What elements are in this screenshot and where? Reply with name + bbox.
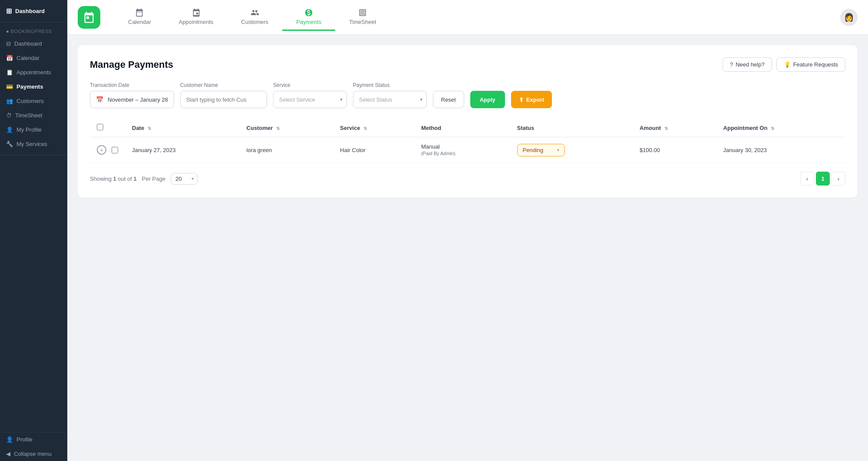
customers-icon: 👥 <box>6 98 13 104</box>
topnav-item-appointments[interactable]: Appointments <box>165 4 228 31</box>
reset-button[interactable]: Reset <box>433 91 464 108</box>
payments-table-wrap: Date ⇅ Customer ⇅ Service ⇅ <box>90 119 845 163</box>
filter-payment-status: Payment Status Select Status Pending Pai… <box>353 82 427 108</box>
date-range-input[interactable]: 📅 November – January 28 <box>90 91 174 108</box>
sidebar-item-timesheet[interactable]: ⏱ TimeSheet <box>0 108 67 123</box>
sidebar-item-profile[interactable]: 👤 Profile <box>0 432 67 447</box>
sidebar-item-payments[interactable]: 💳 Payments <box>0 80 67 94</box>
row-actions-cell: + <box>90 137 125 163</box>
sort-appt-icon: ⇅ <box>771 126 774 131</box>
topnav-item-customers[interactable]: Customers <box>227 4 282 31</box>
row-checkbox[interactable] <box>112 147 118 153</box>
profile-icon: 👤 <box>6 436 13 443</box>
topnav-item-timesheet[interactable]: TimeSheet <box>335 4 390 31</box>
filter-transaction-date: Transaction Date 📅 November – January 28 <box>90 82 174 108</box>
service-select[interactable]: Select Service Hair Color <box>273 91 347 108</box>
sidebar-item-dashboard[interactable]: ⊟ Dashboard <box>0 36 67 51</box>
row-appointment-on: January 30, 2023 <box>716 137 845 163</box>
app-logo <box>78 6 100 29</box>
filter-customer-name: Customer Name <box>180 82 267 108</box>
status-select-wrapper: Select Status Pending Paid Cancelled <box>353 91 427 108</box>
topnav-item-label: Payments <box>296 19 321 25</box>
sidebar-item-calendar[interactable]: 📅 Calendar <box>0 51 67 65</box>
sidebar-divider <box>0 155 67 155</box>
topnav-item-label: Calendar <box>128 19 151 25</box>
per-page-select[interactable]: 20 10 50 100 <box>171 173 198 185</box>
my-profile-icon: 👤 <box>6 126 13 133</box>
topnav-item-label: Customers <box>241 19 268 25</box>
my-services-icon: 🔧 <box>6 141 13 147</box>
content-area: Manage Payments ? Need help? 💡 Feature R… <box>67 35 868 461</box>
row-method-sub: (Paid By Admin) <box>421 151 455 156</box>
customer-name-input-wrapper <box>180 91 267 108</box>
topnav-item-payments[interactable]: Payments <box>282 4 335 31</box>
select-all-checkbox[interactable] <box>97 124 103 130</box>
sidebar-bookingpress-label: ● BookingPress <box>0 23 67 36</box>
customer-name-input[interactable] <box>186 96 261 103</box>
date-range-value: November – January 28 <box>108 96 168 103</box>
apply-button[interactable]: Apply <box>470 91 505 108</box>
th-select-all <box>90 119 125 137</box>
sidebar-dashboard-icon: ⊞ <box>6 7 12 15</box>
sidebar-item-collapse[interactable]: ◀ Collapse menu <box>0 447 67 461</box>
customer-name-label: Customer Name <box>180 82 267 88</box>
appointments-icon: 📋 <box>6 69 13 76</box>
filter-service: Service Select Service Hair Color <box>273 82 347 108</box>
topnav-item-label: Appointments <box>179 19 214 25</box>
need-help-button[interactable]: ? Need help? <box>723 57 772 72</box>
next-page-button[interactable]: › <box>832 172 845 186</box>
pagination-row: Showing 1 out of 1 Per Page 20 10 50 100 <box>90 172 845 186</box>
status-value: Pending <box>523 147 544 153</box>
calendar-icon: 📅 <box>96 96 103 103</box>
export-icon: ⬆ <box>519 96 524 103</box>
sidebar-item-label: Profile <box>17 436 33 443</box>
row-expand-button[interactable]: + <box>97 145 106 155</box>
chevron-down-icon: ▾ <box>557 148 559 153</box>
status-select[interactable]: Select Status Pending Paid Cancelled <box>353 91 427 108</box>
feature-requests-button[interactable]: 💡 Feature Requests <box>776 57 845 72</box>
payment-status-label: Payment Status <box>353 82 427 88</box>
feature-icon: 💡 <box>784 61 791 68</box>
page-header: Manage Payments ? Need help? 💡 Feature R… <box>90 57 845 72</box>
sidebar-item-label: My Profile <box>17 126 42 133</box>
sidebar-brand: ⊞ Dashboard <box>0 0 67 23</box>
status-dropdown[interactable]: Pending ▾ <box>517 144 565 156</box>
th-date: Date ⇅ <box>125 119 240 137</box>
pagination-info: Showing 1 out of 1 Per Page 20 10 50 100 <box>90 173 198 185</box>
prev-page-button[interactable]: ‹ <box>800 172 814 186</box>
row-service: Hair Color <box>333 137 414 163</box>
table-row: + January 27, 2023 lora green Hair Color… <box>90 137 845 163</box>
sidebar-brand-label: Dashboard <box>15 8 45 14</box>
sidebar-item-customers[interactable]: 👥 Customers <box>0 94 67 108</box>
sidebar-item-my-profile[interactable]: 👤 My Profile <box>0 123 67 137</box>
transaction-date-label: Transaction Date <box>90 82 174 88</box>
user-avatar[interactable]: 👩 <box>840 9 858 26</box>
row-customer: lora green <box>240 137 333 163</box>
sidebar-item-label: Collapse menu <box>14 451 52 457</box>
filters-row: Transaction Date 📅 November – January 28… <box>90 82 845 108</box>
avatar-placeholder: 👩 <box>844 13 854 22</box>
table-body: + January 27, 2023 lora green Hair Color… <box>90 137 845 163</box>
row-amount: $100.00 <box>633 137 716 163</box>
th-service: Service ⇅ <box>333 119 414 137</box>
row-status: Pending ▾ <box>510 137 633 163</box>
topnav-item-calendar[interactable]: Calendar <box>114 4 165 31</box>
service-select-wrapper: Select Service Hair Color <box>273 91 347 108</box>
main-area: Calendar Appointments Customers Payments… <box>67 0 868 461</box>
sidebar-item-label: Customers <box>17 98 44 104</box>
sort-date-icon: ⇅ <box>148 126 151 131</box>
timesheet-icon: ⏱ <box>6 112 12 119</box>
sidebar-item-label: My Services <box>17 141 47 147</box>
help-icon: ? <box>730 61 733 68</box>
th-customer: Customer ⇅ <box>240 119 333 137</box>
sidebar-item-appointments[interactable]: 📋 Appointments <box>0 65 67 80</box>
page-title: Manage Payments <box>90 59 173 70</box>
sort-amount-icon: ⇅ <box>664 126 668 131</box>
sidebar-item-my-services[interactable]: 🔧 My Services <box>0 137 67 151</box>
header-actions: ? Need help? 💡 Feature Requests <box>723 57 845 72</box>
page-1-button[interactable]: 1 <box>816 172 830 186</box>
collapse-icon: ◀ <box>6 451 10 457</box>
sidebar-item-label: Calendar <box>17 55 40 61</box>
sidebar: ⊞ Dashboard ● BookingPress ⊟ Dashboard 📅… <box>0 0 67 461</box>
export-button[interactable]: ⬆ Export <box>511 91 552 108</box>
